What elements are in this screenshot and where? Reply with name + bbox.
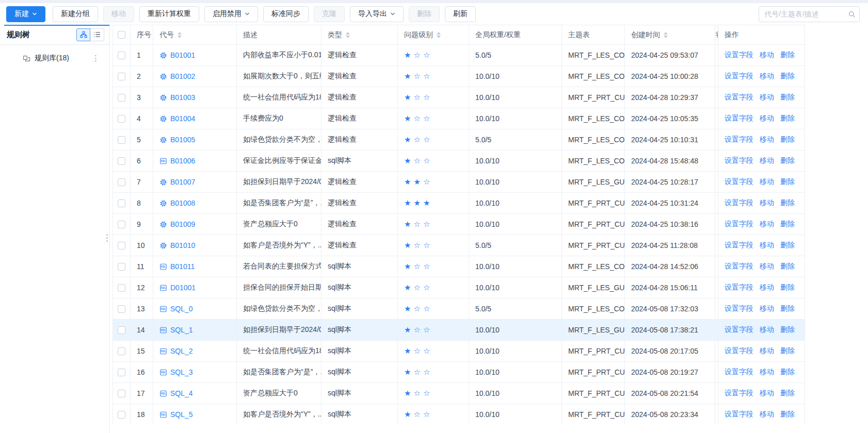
new-group-button[interactable]: 新建分组: [53, 6, 98, 22]
set-fields-link[interactable]: 设置字段: [725, 220, 753, 229]
table-row[interactable]: 3B01003统一社会信用代码应为18位逻辑检查★☆☆10.0/10MRT_F_…: [113, 87, 805, 108]
row-checkbox[interactable]: [118, 390, 125, 397]
move-link[interactable]: 移动: [760, 241, 774, 250]
table-row[interactable]: 4B01004手续费应为0逻辑检查★☆☆10.0/10MRT_F_LES_CON…: [113, 108, 805, 129]
row-checkbox[interactable]: [118, 178, 125, 186]
row-checkbox[interactable]: [118, 199, 125, 207]
delete-link[interactable]: 删除: [780, 262, 795, 271]
clone-button[interactable]: 克隆: [314, 6, 345, 22]
table-row[interactable]: 12SQLD01001担保合同的担保开始日期应...sql脚本★☆☆10.0/1…: [113, 277, 805, 298]
delete-link[interactable]: 删除: [780, 156, 795, 165]
column-header-type[interactable]: 类型: [322, 25, 398, 44]
set-fields-link[interactable]: 设置字段: [725, 325, 753, 335]
row-checkbox[interactable]: [118, 369, 125, 376]
delete-link[interactable]: 删除: [780, 135, 795, 144]
tree-node-rule-library[interactable]: 规则库(18) ⋮: [0, 54, 109, 63]
table-row[interactable]: 9B01009资产总额应大于0逻辑检查★☆☆10.0/10MRT_F_PRT_C…: [113, 213, 805, 235]
new-button[interactable]: 新建: [6, 6, 45, 22]
column-header-created-time[interactable]: 创建时间: [625, 25, 715, 44]
row-checkbox[interactable]: [118, 305, 125, 313]
rule-code-link[interactable]: B01006: [170, 157, 195, 165]
set-fields-link[interactable]: 设置字段: [725, 72, 753, 81]
sort-icon[interactable]: [664, 32, 668, 38]
set-fields-link[interactable]: 设置字段: [725, 93, 753, 102]
row-checkbox[interactable]: [118, 284, 125, 292]
set-fields-link[interactable]: 设置字段: [725, 156, 753, 165]
rule-code-link[interactable]: SQL_5: [170, 410, 193, 419]
delete-link[interactable]: 删除: [780, 346, 795, 356]
sort-icon[interactable]: [178, 32, 182, 38]
row-checkbox[interactable]: [118, 347, 125, 355]
rule-code-link[interactable]: B01005: [170, 136, 195, 144]
delete-link[interactable]: 删除: [780, 283, 795, 292]
enable-disable-button[interactable]: 启用禁用: [204, 6, 258, 22]
move-link[interactable]: 移动: [760, 283, 774, 292]
table-row[interactable]: 6SQLB01006保证金比例应等于保证金/合...sql脚本★☆☆10.0/1…: [113, 150, 805, 171]
move-link[interactable]: 移动: [760, 72, 774, 81]
move-link[interactable]: 移动: [760, 114, 774, 123]
tree-view-toggle[interactable]: [76, 28, 90, 41]
row-checkbox[interactable]: [118, 242, 125, 249]
import-export-button[interactable]: 导入导出: [350, 6, 404, 22]
set-fields-link[interactable]: 设置字段: [725, 198, 753, 208]
row-checkbox[interactable]: [118, 94, 125, 102]
sort-icon[interactable]: [346, 32, 350, 38]
rule-code-link[interactable]: SQL_3: [170, 368, 193, 376]
search-input[interactable]: [759, 6, 860, 22]
delete-link[interactable]: 删除: [780, 114, 795, 123]
move-link[interactable]: 移动: [760, 262, 774, 271]
delete-button[interactable]: 删除: [409, 6, 440, 22]
move-link[interactable]: 移动: [760, 177, 774, 187]
delete-link[interactable]: 删除: [780, 220, 795, 229]
table-row[interactable]: 5B01005如绿色贷款分类不为空，则...逻辑检查★☆☆5.0/5MRT_F_…: [113, 129, 805, 150]
row-checkbox[interactable]: [118, 157, 125, 165]
row-checkbox[interactable]: [118, 136, 125, 144]
table-row[interactable]: 14SQLSQL_1如担保到日期早于2024/03/...sql脚本★☆☆10.…: [113, 319, 805, 340]
move-link[interactable]: 移动: [760, 389, 774, 398]
rule-code-link[interactable]: D01001: [170, 284, 196, 292]
rule-code-link[interactable]: B01002: [170, 72, 195, 80]
delete-link[interactable]: 删除: [780, 93, 795, 102]
refresh-button[interactable]: 刷新: [445, 6, 476, 22]
set-fields-link[interactable]: 设置字段: [725, 135, 753, 144]
move-link[interactable]: 移动: [760, 368, 774, 377]
move-link[interactable]: 移动: [760, 325, 774, 335]
delete-link[interactable]: 删除: [780, 51, 795, 60]
row-checkbox[interactable]: [118, 263, 125, 271]
table-row[interactable]: 18SQLSQL_5如客户是否境外为“Y”，...sql脚本★☆☆10.0/10…: [113, 404, 805, 425]
set-fields-link[interactable]: 设置字段: [725, 389, 753, 398]
delete-link[interactable]: 删除: [780, 304, 795, 313]
table-row[interactable]: 16SQLSQL_3如是否集团客户为“是”，...sql脚本★☆☆10.0/10…: [113, 361, 805, 382]
select-all-checkbox[interactable]: [118, 31, 125, 39]
column-header-problem-level[interactable]: 问题级别: [398, 25, 469, 44]
search-icon[interactable]: [848, 10, 856, 18]
move-link[interactable]: 移动: [760, 51, 774, 60]
sidebar-tab-rule-tree[interactable]: 规则树: [7, 30, 30, 40]
move-link[interactable]: 移动: [760, 304, 774, 313]
sidebar-resize-handle[interactable]: [106, 234, 108, 242]
set-fields-link[interactable]: 设置字段: [725, 346, 753, 356]
delete-link[interactable]: 删除: [780, 241, 795, 250]
rule-code-link[interactable]: SQL_1: [170, 326, 193, 334]
delete-link[interactable]: 删除: [780, 198, 795, 208]
row-checkbox[interactable]: [118, 73, 125, 80]
list-view-toggle[interactable]: [90, 28, 104, 41]
move-link[interactable]: 移动: [760, 93, 774, 102]
move-link[interactable]: 移动: [760, 198, 774, 208]
row-checkbox[interactable]: [118, 52, 125, 59]
set-fields-link[interactable]: 设置字段: [725, 304, 753, 313]
tree-node-more-icon[interactable]: ⋮: [92, 54, 100, 63]
table-row[interactable]: 7B01007如担保到日期早于2024/03/...逻辑检查★★☆10.0/10…: [113, 171, 805, 192]
rule-code-link[interactable]: B01003: [170, 93, 195, 102]
rule-code-link[interactable]: B01007: [170, 178, 195, 186]
rule-code-link[interactable]: B01010: [170, 241, 195, 249]
table-row[interactable]: 2B01002如展期次数大于0，则五级...逻辑检查★☆☆10.0/10MRT_…: [113, 65, 805, 87]
set-fields-link[interactable]: 设置字段: [725, 262, 753, 271]
table-row[interactable]: 8B01008如是否集团客户为“是”，...逻辑检查★★★10.0/10MRT_…: [113, 192, 805, 213]
table-row[interactable]: 15SQLSQL_2统一社会信用代码应为18位sql脚本★☆☆10.0/10MR…: [113, 340, 805, 361]
delete-link[interactable]: 删除: [780, 72, 795, 81]
set-fields-link[interactable]: 设置字段: [725, 283, 753, 292]
move-link[interactable]: 移动: [760, 156, 774, 165]
table-row[interactable]: 13SQLSQL_0如绿色贷款分类不为空，则...sql脚本★☆☆5.0/5MR…: [113, 298, 805, 319]
rule-code-link[interactable]: B01008: [170, 199, 195, 207]
